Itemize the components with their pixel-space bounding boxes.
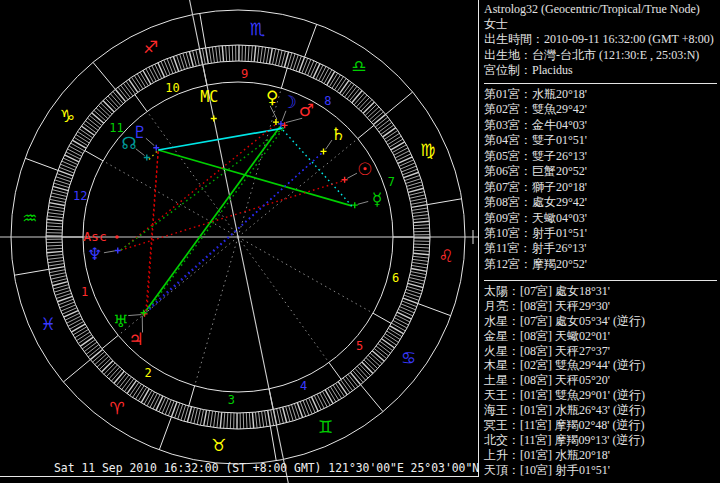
- planet-position-row: 火星：[08宮] 天秤27°37': [484, 344, 720, 359]
- aspect-line: [121, 128, 284, 250]
- degree-tick: [159, 397, 166, 412]
- planet-position-list: 太陽：[07宮] 處女18°31'月亮：[08宮] 天秤29°30'水星：[07…: [484, 284, 720, 478]
- degree-tick: [320, 393, 327, 407]
- degree-tick: [133, 384, 142, 397]
- degree-tick: [50, 273, 66, 276]
- house-cusp-ray: [103, 161, 238, 237]
- degree-tick: [401, 304, 416, 310]
- house-number: 4: [300, 379, 307, 393]
- degree-tick: [146, 69, 154, 83]
- degree-tick: [222, 46, 223, 62]
- degree-tick: [155, 64, 162, 78]
- house-cusp-row: 第04宮：雙子01°51': [484, 133, 720, 148]
- degree-tick: [248, 45, 249, 61]
- degree-tick: [400, 163, 415, 169]
- aspect-line: [149, 150, 158, 159]
- house-cusp-ray: [118, 237, 238, 335]
- degree-tick: [60, 302, 75, 308]
- house-number: 9: [241, 67, 248, 81]
- degree-tick: [150, 393, 157, 407]
- degree-tick: [73, 327, 87, 335]
- degree-tick: [305, 59, 311, 74]
- aspect-line: [147, 150, 158, 312]
- planet-position-row: 木星：[02宮] 雙魚29°44' (逆行): [484, 358, 720, 373]
- degree-tick: [332, 75, 341, 89]
- degree-tick: [395, 151, 409, 158]
- degree-tick: [71, 143, 85, 151]
- degree-tick: [275, 49, 278, 65]
- degree-tick: [313, 63, 320, 77]
- planet-connector: [128, 315, 141, 316]
- sign-boundary: [418, 304, 451, 316]
- sun-degree-tick: [342, 177, 348, 183]
- planet-position-row: 天頂：[10宮] 射手01°51': [484, 463, 720, 478]
- house-cusp-ray: [238, 139, 358, 237]
- degree-tick: [149, 67, 156, 81]
- house-cusp-row: 第09宮：天蠍04°03': [484, 211, 720, 226]
- degree-tick: [409, 277, 425, 281]
- degree-tick: [323, 391, 331, 405]
- degree-tick: [48, 213, 64, 215]
- degree-tick: [71, 324, 85, 332]
- house-cusp-line: [135, 94, 147, 111]
- house-cusp-ray: [238, 237, 329, 363]
- jupiter-glyph: ♃: [129, 329, 144, 349]
- planet-connector: [347, 173, 357, 178]
- degree-tick: [254, 46, 255, 62]
- degree-tick: [141, 389, 149, 403]
- neptune-degree-tick: [115, 248, 121, 254]
- degree-tick: [414, 247, 430, 248]
- degree-tick: [127, 381, 136, 394]
- degree-tick: [394, 148, 408, 155]
- house-cusp-line: [373, 313, 391, 323]
- degree-tick: [412, 208, 428, 210]
- degree-tick: [413, 218, 429, 220]
- degree-tick: [310, 62, 317, 77]
- degree-tick: [257, 46, 259, 62]
- degree-tick: [394, 318, 408, 325]
- degree-tick: [51, 276, 67, 280]
- degree-tick: [137, 74, 145, 88]
- degree-tick: [78, 132, 91, 141]
- degree-tick: [414, 250, 430, 251]
- degree-tick: [410, 195, 426, 199]
- app-title: Astrolog32 (Geocentric/Tropical/True Nod…: [484, 2, 720, 17]
- degree-tick: [119, 375, 129, 388]
- degree-tick: [321, 68, 329, 82]
- degree-tick: [411, 271, 427, 274]
- aspect-line: [146, 127, 280, 311]
- degree-tick: [75, 329, 89, 337]
- birth-time-line: 出生時間：2010-09-11 16:32:00 (GMT +8:00): [484, 32, 720, 47]
- degree-tick: [47, 251, 63, 252]
- degree-tick: [69, 146, 83, 154]
- degree-tick: [266, 48, 269, 64]
- degree-tick: [227, 413, 228, 429]
- degree-tick: [115, 89, 125, 101]
- house-cusp-row: 第07宮：獅子20°18': [484, 180, 720, 195]
- degree-tick: [414, 228, 430, 229]
- zodiac-sign-glyph: ♍: [420, 140, 435, 160]
- house-number: 6: [392, 271, 399, 285]
- aspect-line: [147, 128, 284, 312]
- degree-tick: [87, 118, 100, 128]
- degree-tick: [330, 387, 338, 401]
- degree-tick: [86, 345, 99, 355]
- degree-tick: [72, 140, 86, 148]
- degree-tick: [378, 344, 391, 354]
- degree-tick: [64, 311, 79, 318]
- birth-place-line: 出生地：台灣-台北市 (121:30:E , 25:03:N): [484, 48, 720, 63]
- house-cusp-line: [85, 151, 103, 161]
- house-number: 8: [324, 94, 331, 108]
- degree-tick: [140, 72, 148, 86]
- astrolog32-window: ♈♉♊♋♌♍♎♏♐♑♒♓123456789101112☉☽☿♀♂♃♄♅♆♇☊MC…: [0, 0, 720, 483]
- chart-area: ♈♉♊♋♌♍♎♏♐♑♒♓123456789101112☉☽☿♀♂♃♄♅♆♇☊MC…: [0, 0, 480, 483]
- degree-tick: [51, 193, 67, 197]
- degree-tick: [230, 413, 231, 429]
- degree-tick: [197, 409, 200, 425]
- planet-position-row: 北交：[11宮] 摩羯09°13' (逆行): [484, 433, 720, 448]
- aspect-line: [146, 154, 321, 311]
- degree-tick: [194, 408, 198, 424]
- degree-tick: [397, 312, 411, 319]
- zodiac-sign-glyph: ♉: [211, 435, 226, 455]
- degree-tick: [61, 305, 76, 311]
